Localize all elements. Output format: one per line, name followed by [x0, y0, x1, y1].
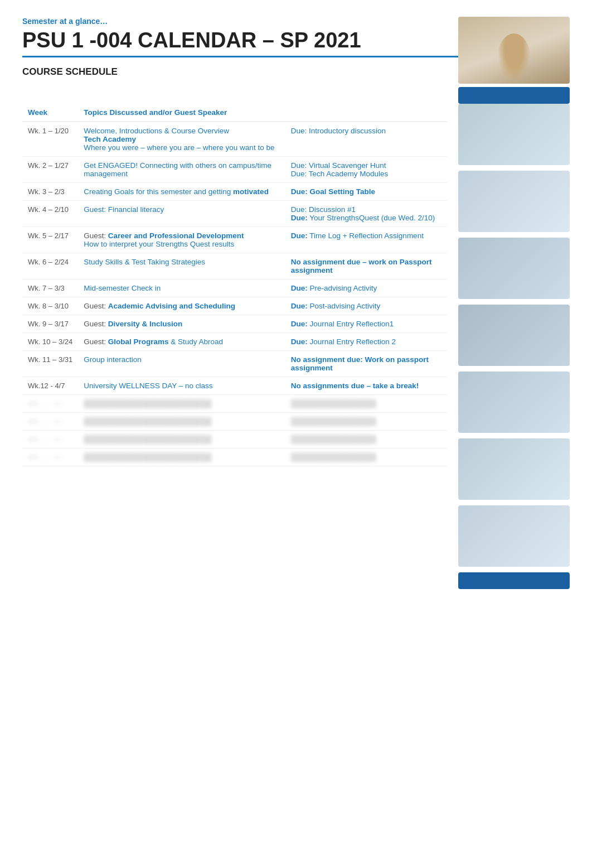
main-table-area: Week Topics Discussed and/or Guest Speak…	[22, 104, 447, 466]
topic-cell: Group interaction	[78, 351, 285, 377]
due-cell: ████████████████	[285, 431, 447, 449]
page-title: PSU 1 -004 CALENDAR – SP 2021	[22, 29, 458, 52]
side-image-column	[458, 104, 570, 589]
table-row: Wk. -- - -/-- ████████████████████████ █…	[22, 395, 447, 413]
due-cell: Due: Post-advising Activity	[285, 297, 447, 315]
col-due	[285, 104, 447, 122]
section-title: COURSE SCHEDULE	[22, 66, 458, 78]
topic-cell: ████████████████████████	[78, 449, 285, 466]
week-cell: Wk. 7 – 3/3	[22, 279, 78, 297]
due-cell: ████████████████	[285, 449, 447, 466]
week-cell: Wk. -- - -/--	[22, 431, 78, 449]
week-cell: Wk. 2 – 1/27	[22, 157, 78, 183]
table-row: Wk. 3 – 2/3 Creating Goals for this seme…	[22, 183, 447, 201]
person-image	[458, 17, 570, 84]
side-image-5	[458, 372, 570, 433]
week-cell: Wk. -- - -/--	[22, 395, 78, 413]
due-cell: Due: Goal Setting Table	[285, 183, 447, 201]
topic-cell: Study Skills & Test Taking Strategies	[78, 253, 285, 279]
due-cell: No assignments due – take a break!	[285, 377, 447, 395]
week-cell: Wk. 11 – 3/31	[22, 351, 78, 377]
week-cell: Wk. -- - -/--	[22, 413, 78, 431]
side-image-3	[458, 238, 570, 299]
title-divider	[22, 56, 458, 57]
due-cell: Due: Journal Entry Reflection1	[285, 315, 447, 333]
header-image-area	[458, 17, 570, 104]
week-cell: Wk. 9 – 3/17	[22, 315, 78, 333]
table-row: Wk.12 - 4/7 University WELLNESS DAY – no…	[22, 377, 447, 395]
due-cell: No assignment due – work on Passport ass…	[285, 253, 447, 279]
topic-cell: Get ENGAGED! Connecting with others on c…	[78, 157, 285, 183]
table-row: Wk. 9 – 3/17 Guest: Diversity & Inclusio…	[22, 315, 447, 333]
col-week: Week	[22, 104, 78, 122]
table-row: Wk. 4 – 2/10 Guest: Financial literacy D…	[22, 201, 447, 227]
week-cell: Wk. 10 – 3/24	[22, 333, 78, 351]
side-image-2	[458, 171, 570, 232]
week-cell: Wk. -- - -/--	[22, 449, 78, 466]
due-cell: Due: Pre-advising Activity	[285, 279, 447, 297]
due-cell: ████████████████	[285, 395, 447, 413]
side-image-1	[458, 104, 570, 165]
week-cell: Wk. 5 – 2/17	[22, 227, 78, 253]
table-row: Wk. 8 – 3/10 Guest: Academic Advising an…	[22, 297, 447, 315]
due-cell: Due: Journal Entry Reflection 2	[285, 333, 447, 351]
due-cell: Due: Time Log + Reflection Assignment	[285, 227, 447, 253]
week-cell: Wk. 6 – 2/24	[22, 253, 78, 279]
table-row: Wk. 6 – 2/24 Study Skills & Test Taking …	[22, 253, 447, 279]
week-cell: Wk. 4 – 2/10	[22, 201, 78, 227]
topic-cell: University WELLNESS DAY – no class	[78, 377, 285, 395]
side-image-6	[458, 438, 570, 500]
table-row: Wk. 1 – 1/20 Welcome, Introductions & Co…	[22, 122, 447, 157]
week-cell: Wk. 3 – 2/3	[22, 183, 78, 201]
bottom-bar	[458, 572, 570, 589]
table-row: Wk. 7 – 3/3 Mid-semester Check in Due: P…	[22, 279, 447, 297]
topic-cell: Guest: Career and Professional Developme…	[78, 227, 285, 253]
due-cell: Due: Introductory discussion	[285, 122, 447, 157]
semester-label: Semester at a glance…	[22, 17, 458, 26]
side-image-7	[458, 505, 570, 567]
table-row: Wk. -- - -/-- ████████████████████████ █…	[22, 431, 447, 449]
topic-cell: Guest: Global Programs & Study Abroad	[78, 333, 285, 351]
side-image-4	[458, 305, 570, 366]
week-cell: Wk. 1 – 1/20	[22, 122, 78, 157]
cta-button-placeholder	[458, 87, 570, 104]
topic-cell: Welcome, Introductions & Course Overview…	[78, 122, 285, 157]
table-row: Wk. -- - -/-- ████████████████████████ █…	[22, 413, 447, 431]
week-cell: Wk. 8 – 3/10	[22, 297, 78, 315]
table-row: Wk. 11 – 3/31 Group interaction No assig…	[22, 351, 447, 377]
week-cell: Wk.12 - 4/7	[22, 377, 78, 395]
topic-cell: ████████████████████████	[78, 413, 285, 431]
col-topics: Topics Discussed and/or Guest Speaker	[78, 104, 285, 122]
topic-cell: Mid-semester Check in	[78, 279, 285, 297]
topic-cell: Guest: Financial literacy	[78, 201, 285, 227]
topic-cell: Guest: Academic Advising and Scheduling	[78, 297, 285, 315]
due-cell: Due: Virtual Scavenger HuntDue: Tech Aca…	[285, 157, 447, 183]
course-schedule-table: Week Topics Discussed and/or Guest Speak…	[22, 104, 447, 466]
topic-cell: ████████████████████████	[78, 395, 285, 413]
table-row: Wk. -- - -/-- ████████████████████████ █…	[22, 449, 447, 466]
table-row: Wk. 2 – 1/27 Get ENGAGED! Connecting wit…	[22, 157, 447, 183]
due-cell: ████████████████	[285, 413, 447, 431]
topic-cell: Creating Goals for this semester and get…	[78, 183, 285, 201]
topic-cell: Guest: Diversity & Inclusion	[78, 315, 285, 333]
table-row: Wk. 5 – 2/17 Guest: Career and Professio…	[22, 227, 447, 253]
table-row: Wk. 10 – 3/24 Guest: Global Programs & S…	[22, 333, 447, 351]
due-cell: Due: Discussion #1Due: Your StrengthsQue…	[285, 201, 447, 227]
topic-cell: ████████████████████████	[78, 431, 285, 449]
due-cell: No assignment due: Work on passport assi…	[285, 351, 447, 377]
page-wrapper: Semester at a glance… PSU 1 -004 CALENDA…	[22, 17, 570, 589]
